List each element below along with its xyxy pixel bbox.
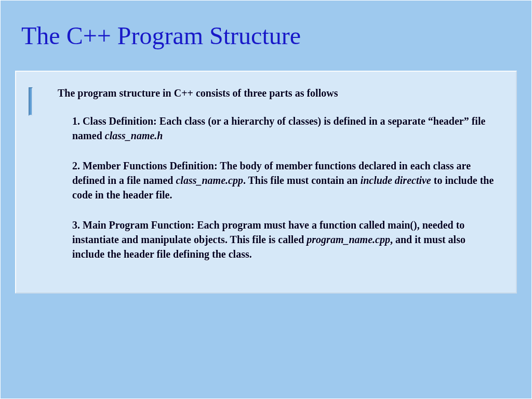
bullet-bar [29, 87, 33, 116]
item-italic: program_name.cpp [307, 234, 390, 245]
item-number: 2. [72, 160, 80, 171]
title-area: The C++ Program Structure [1, 1, 531, 65]
item-heading: Main Program Function: [83, 219, 194, 231]
content-panel: The program structure in C++ consists of… [15, 71, 517, 294]
list-item: 2. Member Functions Definition: The body… [72, 158, 495, 202]
intro-text: The program structure in C++ consists of… [58, 87, 495, 99]
item-heading: Member Functions Definition: [83, 160, 218, 171]
item-italic: class_name.h [105, 130, 163, 141]
list-item: 3. Main Program Function: Each program m… [72, 218, 495, 261]
list-item: 1. Class Definition: Each class (or a hi… [72, 114, 495, 143]
item-body: . This file must contain an [243, 175, 361, 186]
item-italic: include directive [361, 175, 431, 186]
slide-frame: The C++ Program Structure The program st… [0, 0, 532, 399]
item-number: 3. [72, 219, 80, 231]
item-number: 1. [72, 115, 80, 127]
item-heading: Class Definition: [83, 115, 157, 127]
slide-title: The C++ Program Structure [21, 21, 511, 50]
body-text: The program structure in C++ consists of… [58, 87, 495, 261]
item-italic: class_name.cpp [176, 175, 243, 186]
